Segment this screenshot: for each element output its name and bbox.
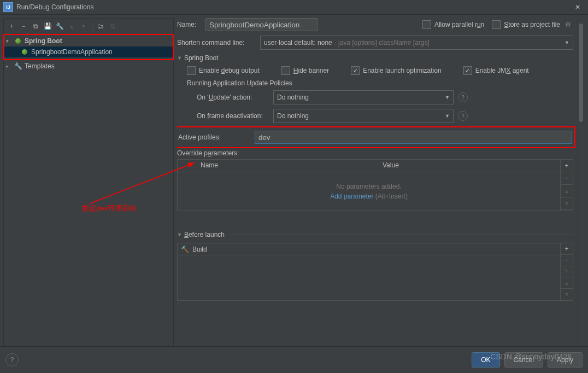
sort-icon: ⇅ [107,21,118,32]
spring-icon [20,48,29,56]
add-parameter-link[interactable]: Add parameter [330,193,373,200]
up-icon: ▴ [66,21,77,32]
shorten-cmd-combo[interactable]: user-local default: none- java [options]… [260,36,573,50]
chevron-down-icon: ▼ [565,40,569,45]
allow-parallel-checkbox[interactable]: Allow parallel run [422,20,484,29]
copy-config-icon[interactable]: ⧉ [30,21,41,32]
folder-icon[interactable]: 🗂 [95,21,106,32]
spring-boot-section[interactable]: ▼ Spring Boot [177,54,573,62]
help-icon[interactable]: ? [458,111,468,121]
run-debug-config-window: IJ Run/Debug Configurations ✕ + − ⧉ 💾 🔧 … [0,0,588,373]
tree-group-springboot[interactable]: ▾ Spring Boot [4,36,173,46]
chevron-down-icon: ▼ [445,113,450,119]
collapse-icon: ▼ [177,55,182,61]
remove-config-icon[interactable]: − [18,21,29,32]
on-update-combo[interactable]: Do nothing▼ [273,90,454,104]
app-icon: IJ [3,2,13,12]
active-profiles-label: Active profiles: [178,133,255,141]
hammer-icon: 🔨 [181,246,189,253]
name-label: Name: [177,21,205,28]
config-sidebar: + − ⧉ 💾 🔧 ▴ ▾ 🗂 ⇅ ▾ Spring Boot [3,18,174,346]
cancel-button[interactable]: Cancel [504,352,543,368]
params-remove-icon: − [561,172,573,185]
enable-debug-checkbox[interactable]: Enable debug output [187,66,260,75]
tree-group-templates[interactable]: ▸ 🔧 Templates [4,61,173,72]
sidebar-toolbar: + − ⧉ 💾 🔧 ▴ ▾ 🗂 ⇅ [4,19,173,34]
on-frame-combo[interactable]: Do nothing▼ [273,109,454,123]
col-name: Name [196,160,378,172]
dialog-footer: ? OK Cancel Apply [0,346,588,373]
help-icon[interactable]: ? [458,92,468,102]
config-tree[interactable]: ▾ Spring Boot SpringbootDemoApplication [4,34,173,60]
help-button[interactable]: ? [5,353,19,366]
params-up-icon: ▴ [561,185,573,197]
ok-button[interactable]: OK [472,352,499,368]
spring-icon [14,37,22,45]
enable-jmx-checkbox[interactable]: Enable JMX agent [463,66,529,75]
override-params-table: Name Value No parameters added. Add para… [177,159,573,211]
empty-text: No parameters added. [336,183,401,190]
form-scrollbar[interactable] [578,18,585,346]
gear-icon[interactable]: ⚙ [562,19,573,30]
enable-launch-opt-checkbox[interactable]: Enable launch optimization [351,66,441,75]
config-form: Name: Allow parallel run Store as projec… [177,18,585,346]
collapse-icon: ▼ [177,232,182,237]
tree-item-springbootdemo[interactable]: SpringbootDemoApplication [4,46,173,57]
name-input[interactable] [205,18,317,31]
templates-icon: 🔧 [14,62,22,71]
config-tree-rest[interactable]: ▸ 🔧 Templates [4,60,173,346]
bl-edit-icon: ✎ [561,266,573,278]
store-as-project-checkbox[interactable]: Store as project file [492,20,560,29]
expand-icon[interactable]: ▸ [6,63,14,69]
before-launch-item-build[interactable]: 🔨 Build [178,243,560,256]
override-params-label: Override parameters: [177,149,573,157]
before-launch-list: 🔨 Build + − ✎ ▴ ▾ [177,243,573,301]
before-launch-section[interactable]: ▼ Before launch [177,231,573,238]
wrench-icon[interactable]: 🔧 [54,21,65,32]
bl-down-icon: ▾ [561,289,573,300]
bl-remove-icon: − [561,255,573,266]
expand-icon[interactable]: ▾ [6,38,14,44]
titlebar: IJ Run/Debug Configurations ✕ [0,0,588,15]
bl-up-icon: ▴ [561,277,573,289]
on-update-label: On 'Update' action: [197,94,273,101]
save-config-icon[interactable]: 💾 [42,21,53,32]
params-add-icon[interactable]: + [561,160,573,172]
close-icon[interactable]: ✕ [571,0,585,14]
add-config-icon[interactable]: + [6,21,17,32]
on-frame-label: On frame deactivation: [197,112,273,120]
col-value: Value [378,160,560,172]
chevron-down-icon: ▼ [445,95,450,100]
window-title: Run/Debug Configurations [16,3,571,11]
apply-button[interactable]: Apply [548,352,583,368]
shorten-cmd-label: Shorten command line: [177,39,260,46]
bl-add-icon[interactable]: + [561,243,573,255]
active-profiles-row: Active profiles: [177,127,574,147]
hide-banner-checkbox[interactable]: Hide banner [281,66,329,75]
down-icon: ▾ [78,21,89,32]
update-policies-label: Running Application Update Policies [187,79,573,87]
active-profiles-input[interactable] [255,131,572,144]
params-down-icon: ▾ [561,197,573,210]
